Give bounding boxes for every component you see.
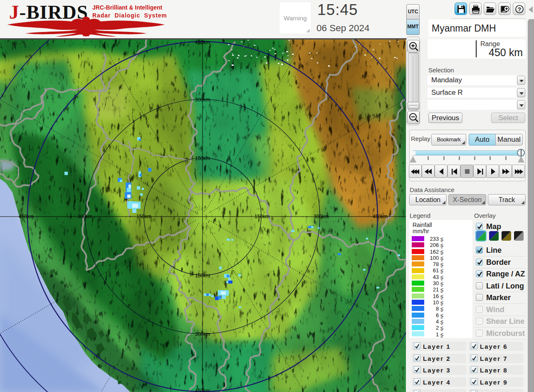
svg-text:300km: 300km xyxy=(195,97,210,103)
svg-text:300km: 300km xyxy=(195,331,210,337)
svg-text:450km: 450km xyxy=(195,388,210,392)
svg-text:300km: 300km xyxy=(77,214,92,219)
svg-text:150km: 150km xyxy=(136,214,151,219)
svg-text:450km: 450km xyxy=(19,214,34,219)
svg-text:300km: 300km xyxy=(314,214,329,219)
svg-text:150km: 150km xyxy=(195,155,210,161)
svg-text:450km: 450km xyxy=(195,39,210,45)
svg-text:?: ? xyxy=(518,6,521,12)
svg-text:450km: 450km xyxy=(373,214,388,219)
svg-text:150km: 150km xyxy=(255,214,269,219)
svg-text:150km: 150km xyxy=(195,273,210,279)
